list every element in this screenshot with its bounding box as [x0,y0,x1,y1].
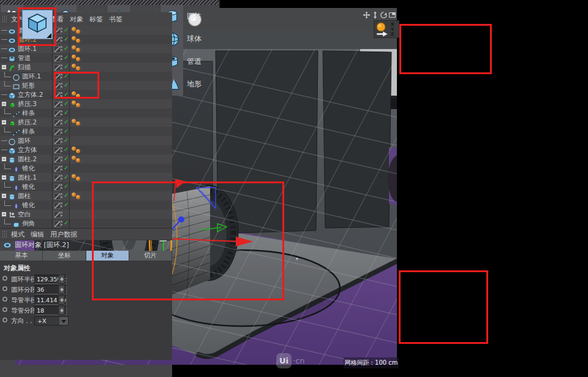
tab-坐标[interactable]: 坐标 [43,251,86,261]
layer-chip[interactable] [54,193,61,200]
panel-grip-icon[interactable] [2,230,7,238]
om-menu-书签[interactable]: 书签 [109,15,123,24]
expand-toggle-icon[interactable]: – [1,156,7,162]
visibility-dots[interactable] [61,211,63,217]
object-row-圆环.1[interactable]: 圆环.1✓ [0,72,172,81]
enabled-check-icon[interactable]: ✓ [64,137,69,143]
visibility-dots[interactable] [61,37,63,42]
material-tag-icon[interactable] [72,55,76,59]
object-label[interactable]: 挤压.3 [18,100,37,109]
material-tag-icon[interactable] [72,156,76,160]
expand-toggle-icon[interactable]: – [1,64,7,70]
enabled-check-icon[interactable]: ✓ [64,201,69,208]
layer-chip[interactable] [54,120,61,126]
material-tag-icon[interactable] [72,27,76,31]
keyframe-radio[interactable] [2,297,7,302]
layer-chip[interactable] [54,211,61,218]
object-row-锥化[interactable]: 锥化✓ [0,182,172,191]
object-label[interactable]: 立方体.2 [18,91,43,99]
enabled-check-icon[interactable]: ✓ [64,183,69,189]
layer-chip[interactable] [54,83,61,89]
enabled-check-icon[interactable]: ✓ [64,82,69,88]
material-tag-icon[interactable] [72,147,76,151]
enabled-check-icon[interactable]: ✓ [64,109,69,116]
enabled-check-icon[interactable]: ✓ [64,146,69,153]
keyframe-radio[interactable] [2,318,7,322]
layer-chip[interactable] [54,101,61,108]
stepper-control[interactable] [58,306,65,315]
tab-对象[interactable]: 对象 [86,251,129,261]
material-tag-icon[interactable] [76,149,80,153]
visibility-dots[interactable] [61,129,63,134]
layer-chip[interactable] [54,175,61,181]
object-row-圆柱.2[interactable]: –圆柱.2✓ [0,154,172,164]
enabled-check-icon[interactable]: ✓ [64,91,69,97]
enabled-check-icon[interactable]: ✓ [64,155,69,162]
visibility-dots[interactable] [61,120,63,125]
enabled-check-icon[interactable]: ✓ [64,118,69,125]
object-row-圆环.1[interactable]: 圆环.1✓ [0,44,172,53]
object-label[interactable]: 圆柱.2 [18,155,37,164]
object-label[interactable]: 圆环 [18,137,31,145]
stepper-control[interactable] [58,285,65,294]
am-menu-编辑[interactable]: 编辑 [31,230,44,239]
visibility-dots[interactable] [61,175,63,180]
material-tag-icon[interactable] [72,64,76,68]
enabled-check-icon[interactable]: ✓ [64,72,69,79]
visibility-dots[interactable] [61,74,63,79]
layer-chip[interactable] [54,221,61,227]
visibility-dots[interactable] [61,184,63,189]
expand-toggle-icon[interactable]: – [1,175,7,180]
object-row-锥化[interactable]: 锥化✓ [0,164,172,173]
keyframe-radio[interactable] [2,286,7,291]
enabled-check-icon[interactable]: ✓ [64,100,69,107]
am-menu-用户数据[interactable]: 用户数据 [50,230,77,239]
object-row-倒角[interactable]: 倒角✓ [0,219,172,228]
enabled-check-icon[interactable]: ✓ [64,219,69,226]
menu-tearoff-handle[interactable] [0,0,219,5]
object-label[interactable]: 锥化 [22,183,35,191]
tab-基本[interactable]: 基本 [0,251,43,261]
layer-chip[interactable] [54,110,61,117]
layer-chip[interactable] [54,55,61,62]
object-label[interactable]: 倒角 [22,219,35,228]
object-row-圆环[interactable]: 圆环✓ [0,136,172,145]
object-label[interactable]: 扫描 [18,63,31,72]
expand-toggle-icon[interactable]: – [1,211,7,217]
layer-chip[interactable] [54,156,61,163]
material-tag-icon[interactable] [72,192,76,197]
enabled-check-icon[interactable]: ✓ [64,192,69,199]
layer-chip[interactable] [54,74,61,80]
layer-chip[interactable] [54,202,61,209]
visibility-dots[interactable] [61,147,63,153]
enabled-check-icon[interactable]: ✓ [64,164,69,171]
enabled-check-icon[interactable]: ✓ [64,128,69,134]
primitive-cube-tool-button[interactable] [22,10,53,39]
enabled-check-icon[interactable]: ✓ [64,36,69,42]
tab-切片[interactable]: 切片 [129,251,172,261]
expand-toggle-icon[interactable]: – [1,120,7,125]
material-tag-icon[interactable] [76,66,80,70]
stepper-control[interactable] [58,295,65,305]
expand-toggle-icon[interactable]: – [1,101,7,107]
material-tag-icon[interactable] [72,91,76,96]
material-tag-icon[interactable] [72,174,76,178]
orientation-dropdown[interactable]: +X [34,316,69,326]
object-row-挤压.2[interactable]: –挤压.2✓ [0,118,172,127]
object-label[interactable]: 圆柱.1 [18,173,37,182]
visibility-dots[interactable] [61,55,63,61]
object-label[interactable]: 矩形 [22,82,35,90]
object-label[interactable]: 立方体 [18,146,37,154]
object-label[interactable]: 圆柱 [18,192,31,200]
coordinate-system-widget[interactable]: X Y Z [374,20,399,38]
object-row-圆柱[interactable]: –圆柱✓ [0,191,172,200]
object-row-立方体[interactable]: 立方体✓ [0,145,172,154]
visibility-dots[interactable] [61,156,63,162]
object-row-挤压.3[interactable]: –挤压.3✓ [0,99,172,109]
visibility-dots[interactable] [61,83,63,88]
visibility-dots[interactable] [61,166,63,171]
material-tag-icon[interactable] [72,36,76,40]
object-row-样条[interactable]: 样条✓ [0,127,172,136]
material-tag-icon[interactable] [76,94,80,98]
object-row-空白[interactable]: –0空白 [0,210,172,219]
